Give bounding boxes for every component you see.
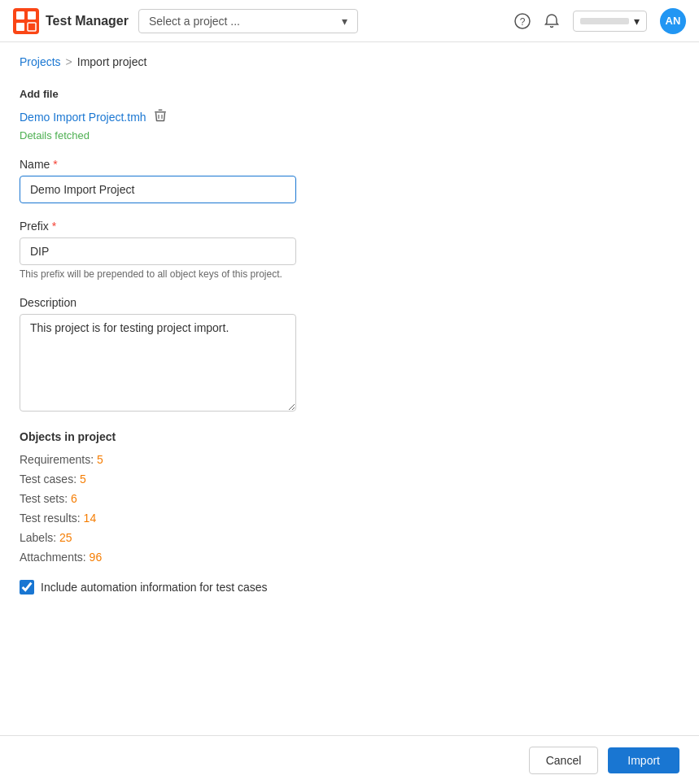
svg-rect-8 xyxy=(158,110,162,111)
name-label: Name * xyxy=(20,158,679,171)
stat-test-cases-value: 5 xyxy=(80,473,86,486)
stat-labels-label: Labels: xyxy=(20,531,59,544)
breadcrumb-separator: > xyxy=(66,55,72,68)
stat-requirements-label: Requirements: xyxy=(20,453,97,466)
add-file-section: Add file Demo Import Project.tmh Details… xyxy=(20,88,679,142)
file-link[interactable]: Demo Import Project.tmh xyxy=(20,111,146,124)
delete-file-icon[interactable] xyxy=(153,108,168,126)
stat-test-results-label: Test results: xyxy=(20,512,84,525)
automation-checkbox-label[interactable]: Include automation information for test … xyxy=(41,581,268,594)
svg-text:?: ? xyxy=(520,16,526,28)
cancel-button[interactable]: Cancel xyxy=(529,747,599,774)
svg-rect-3 xyxy=(16,23,24,31)
stat-attachments-label: Attachments: xyxy=(20,551,90,564)
automation-checkbox-row: Include automation information for test … xyxy=(20,580,679,595)
svg-rect-7 xyxy=(155,111,166,113)
help-icon: ? xyxy=(514,13,531,29)
stat-test-sets-label: Test sets: xyxy=(20,492,71,505)
breadcrumb-current-page: Import project xyxy=(77,55,147,68)
main-content: Add file Demo Import Project.tmh Details… xyxy=(0,75,699,632)
name-field-group: Name * xyxy=(20,158,679,203)
stat-test-sets: Test sets: 6 xyxy=(20,492,679,505)
bell-icon xyxy=(544,13,560,29)
stat-labels: Labels: 25 xyxy=(20,531,679,544)
logo-area: Test Manager xyxy=(13,8,129,34)
user-dropdown[interactable]: ▾ xyxy=(573,11,647,32)
automation-checkbox[interactable] xyxy=(20,580,34,595)
app-header: Test Manager Select a project ... ▾ ? ▾ … xyxy=(0,0,699,42)
brand-name: Test Manager xyxy=(46,14,129,28)
user-dropdown-chevron: ▾ xyxy=(634,15,640,28)
svg-rect-1 xyxy=(16,11,24,20)
breadcrumb-projects-link[interactable]: Projects xyxy=(20,55,61,68)
project-select-label: Select a project ... xyxy=(149,15,240,28)
prefix-required-star: * xyxy=(52,220,56,233)
svg-rect-4 xyxy=(28,23,36,31)
name-input[interactable] xyxy=(20,176,296,203)
import-button[interactable]: Import xyxy=(608,747,679,773)
description-field-group: Description This project is for testing … xyxy=(20,296,679,414)
add-file-label: Add file xyxy=(20,88,679,100)
stat-labels-value: 25 xyxy=(59,531,72,544)
stat-test-cases: Test cases: 5 xyxy=(20,473,679,486)
description-input[interactable]: This project is for testing project impo… xyxy=(20,314,296,412)
header-icons: ? ▾ AN xyxy=(514,8,686,34)
prefix-field-group: Prefix * This prefix will be prepended t… xyxy=(20,220,679,280)
footer: Cancel Import xyxy=(0,735,699,784)
stat-requirements: Requirements: 5 xyxy=(20,453,679,466)
avatar: AN xyxy=(660,8,686,34)
details-fetched-status: Details fetched xyxy=(20,129,679,142)
objects-section: Objects in project Requirements: 5 Test … xyxy=(20,430,679,595)
prefix-label: Prefix * xyxy=(20,220,679,233)
stat-test-cases-label: Test cases: xyxy=(20,473,80,486)
prefix-input[interactable] xyxy=(20,237,296,265)
notification-button[interactable] xyxy=(544,13,560,29)
description-label: Description xyxy=(20,296,679,309)
chevron-down-icon: ▾ xyxy=(342,15,347,28)
file-row: Demo Import Project.tmh xyxy=(20,108,679,126)
stat-requirements-value: 5 xyxy=(97,453,103,466)
stat-test-results-value: 14 xyxy=(84,512,97,525)
objects-title: Objects in project xyxy=(20,430,679,443)
svg-rect-2 xyxy=(28,11,36,20)
stat-test-sets-value: 6 xyxy=(71,492,77,505)
breadcrumb: Projects > Import project xyxy=(0,42,699,75)
project-select-dropdown[interactable]: Select a project ... ▾ xyxy=(138,9,358,33)
name-required-star: * xyxy=(53,158,57,171)
uipath-logo-icon xyxy=(13,8,39,34)
stat-attachments: Attachments: 96 xyxy=(20,551,679,564)
stat-test-results: Test results: 14 xyxy=(20,512,679,525)
help-button[interactable]: ? xyxy=(514,13,531,29)
prefix-hint: This prefix will be prepended to all obj… xyxy=(20,268,296,280)
stat-attachments-value: 96 xyxy=(90,551,103,564)
